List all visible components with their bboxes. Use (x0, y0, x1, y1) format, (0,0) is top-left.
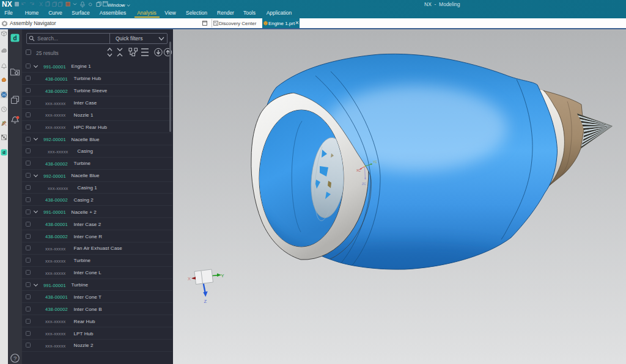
svg-text:d: d (13, 35, 17, 42)
svg-text:d: d (2, 150, 6, 155)
svg-text:?: ? (13, 355, 17, 362)
svg-text:Y: Y (221, 273, 224, 278)
svg-text:YC: YC (373, 160, 377, 164)
svg-text:ZC: ZC (362, 182, 366, 186)
svg-text:XC: XC (356, 169, 361, 172)
svg-text:X: X (188, 276, 191, 282)
svg-text:Z: Z (204, 299, 207, 304)
